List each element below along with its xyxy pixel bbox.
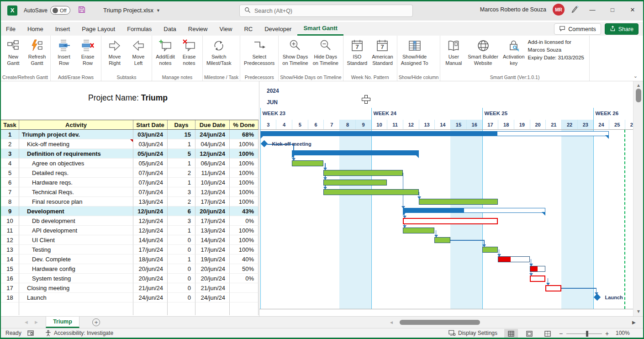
- done-cell[interactable]: 100%: [230, 245, 259, 254]
- start-date-cell[interactable]: 03/jun/24: [133, 139, 168, 149]
- due-date-cell[interactable]: 21/jun/24: [195, 283, 230, 293]
- done-cell[interactable]: 0%: [230, 274, 259, 283]
- activity-cell[interactable]: Technical Reqs.: [19, 187, 133, 197]
- ribbon-button-erase-notes[interactable]: Erase notes: [177, 37, 201, 67]
- table-row-11[interactable]: 11API development12/jun/24113/jun/24100%: [1, 226, 259, 235]
- table-row-6[interactable]: 6Hardware reqs.07/jun/24110/jun/24100%: [1, 178, 259, 187]
- gantt-late-bar-16[interactable]: [530, 275, 546, 282]
- sheet-nav-left-icon[interactable]: ◄: [24, 319, 29, 325]
- start-date-cell[interactable]: 17/jun/24: [133, 245, 168, 254]
- start-date-cell[interactable]: 07/jun/24: [133, 168, 168, 178]
- activity-cell[interactable]: Agree on objectives: [19, 159, 133, 168]
- autosave-control[interactable]: AutoSave Off: [24, 6, 70, 15]
- task-number[interactable]: 14: [1, 254, 19, 264]
- done-cell[interactable]: 100%: [230, 168, 259, 178]
- ribbon-button-activation-key[interactable]: Activation key: [501, 37, 527, 67]
- ribbon-button-switch-milestone-task[interactable]: Switch Milest/Task: [204, 37, 233, 67]
- done-cell[interactable]: 68%: [230, 130, 259, 139]
- due-date-cell[interactable]: 13/jun/24: [195, 226, 230, 235]
- display-settings-label[interactable]: Display Settings: [458, 330, 497, 336]
- done-cell[interactable]: 100%: [230, 178, 259, 187]
- gantt-task-bar-6[interactable]: [323, 180, 387, 185]
- days-cell[interactable]: 0: [168, 235, 195, 245]
- gantt-late-bar-17[interactable]: [545, 285, 561, 291]
- days-cell[interactable]: 1: [168, 159, 195, 168]
- start-date-cell[interactable]: 12/jun/24: [133, 207, 168, 216]
- start-date-cell[interactable]: 12/jun/24: [133, 226, 168, 235]
- ribbon-button-insert-row[interactable]: Insert Row: [52, 37, 76, 67]
- table-row-3[interactable]: 3Definition of requirements05/jun/24512/…: [1, 149, 259, 159]
- vertical-scroll-thumb[interactable]: [636, 89, 641, 102]
- title-dropdown-icon[interactable]: ▼: [156, 8, 160, 13]
- days-cell[interactable]: 5: [168, 149, 195, 159]
- done-cell[interactable]: 100%: [230, 187, 259, 197]
- task-number[interactable]: 4: [1, 159, 19, 168]
- start-date-cell[interactable]: 24/jun/24: [133, 293, 168, 302]
- document-title[interactable]: Triump Project.xlsx▼: [103, 7, 160, 14]
- start-date-cell[interactable]: 18/jun/24: [133, 254, 168, 264]
- gantt-partial-bar-15[interactable]: [530, 266, 546, 272]
- table-row-16[interactable]: 16System testing20/jun/24020/jun/240%: [1, 274, 259, 283]
- share-button[interactable]: Share: [605, 23, 639, 35]
- ribbon-button-move-right[interactable]: Move Right: [103, 37, 127, 67]
- search-box[interactable]: Search (Alt+Q): [239, 5, 413, 17]
- ribbon-button-assigned-to[interactable]: Show/Hide Assigned To: [399, 37, 431, 67]
- task-number[interactable]: 13: [1, 245, 19, 254]
- activity-cell[interactable]: Definition of requirements: [19, 149, 133, 159]
- days-cell[interactable]: 3: [168, 187, 195, 197]
- gantt-partial-bar-14[interactable]: [498, 256, 529, 262]
- task-number[interactable]: 15: [1, 264, 19, 274]
- table-row-13[interactable]: 13Testing17/jun/24017/jun/24100%: [1, 245, 259, 254]
- task-number[interactable]: 6: [1, 178, 19, 187]
- due-date-cell[interactable]: 19/jun/24: [195, 254, 230, 264]
- start-date-cell[interactable]: 07/jun/24: [133, 178, 168, 187]
- ribbon-button-show-days[interactable]: Show Days on Timeline: [280, 37, 310, 67]
- due-date-cell[interactable]: 12/jun/24: [195, 187, 230, 197]
- gantt-summary-bar-1[interactable]: [260, 131, 609, 136]
- days-cell[interactable]: 15: [168, 130, 195, 139]
- inking-icon[interactable]: [571, 5, 579, 15]
- tab-page-layout[interactable]: Page Layout: [76, 22, 121, 36]
- gantt-milestone-2[interactable]: [260, 140, 268, 148]
- table-row-15[interactable]: 15Hardware config20/jun/24020/jun/2450%: [1, 264, 259, 274]
- maximize-button[interactable]: □: [606, 6, 619, 13]
- due-date-cell[interactable]: 20/jun/24: [195, 264, 230, 274]
- activity-cell[interactable]: Testing: [19, 245, 133, 254]
- table-row-1[interactable]: 1Triumph project dev.03/jun/241524/jun/2…: [1, 130, 259, 139]
- due-date-cell[interactable]: 12/jun/24: [195, 149, 230, 159]
- tab-file[interactable]: File: [0, 22, 21, 36]
- tab-insert[interactable]: Insert: [49, 22, 76, 36]
- tab-data[interactable]: Data: [158, 22, 182, 36]
- scroll-up-icon[interactable]: ▲: [633, 83, 644, 88]
- done-cell[interactable]: 0%: [230, 216, 259, 226]
- table-row-18[interactable]: 18Launch24/jun/24024/jun/24: [1, 293, 259, 302]
- done-cell[interactable]: 100%: [230, 159, 259, 168]
- activity-cell[interactable]: Closing meeting: [19, 283, 133, 293]
- horizontal-scroll-thumb[interactable]: [400, 320, 480, 325]
- task-number[interactable]: 1: [1, 130, 19, 139]
- gantt-summary-bar-9[interactable]: [403, 208, 545, 213]
- activity-cell[interactable]: Launch: [19, 293, 133, 302]
- display-settings-icon[interactable]: [449, 330, 456, 338]
- new-sheet-button[interactable]: +: [92, 318, 100, 326]
- hscroll-right-icon[interactable]: ▶: [632, 320, 636, 325]
- start-date-cell[interactable]: 20/jun/24: [133, 274, 168, 283]
- ribbon-button-website[interactable]: Smart Builder Website: [465, 37, 501, 67]
- start-date-cell[interactable]: 05/jun/24: [133, 149, 168, 159]
- days-cell[interactable]: 0: [168, 264, 195, 274]
- done-cell[interactable]: 100%: [230, 197, 259, 207]
- due-date-cell[interactable]: 11/jun/24: [195, 168, 230, 178]
- ribbon-button-add-notes[interactable]: Add/Edit notes: [153, 37, 177, 67]
- due-date-cell[interactable]: 20/jun/24: [195, 274, 230, 283]
- gantt-task-bar-4[interactable]: [292, 160, 323, 166]
- normal-view-button[interactable]: [504, 329, 518, 338]
- days-cell[interactable]: 0: [168, 245, 195, 254]
- done-cell[interactable]: [230, 283, 259, 293]
- project-name-cell[interactable]: Project Name: Triump: [27, 93, 228, 103]
- gantt-summary-bar-3[interactable]: [292, 150, 419, 155]
- task-number[interactable]: 2: [1, 139, 19, 149]
- table-row-7[interactable]: 7Technical Reqs.07/jun/24312/jun/24100%: [1, 187, 259, 197]
- table-row-4[interactable]: 4Agree on objectives05/jun/24106/jun/241…: [1, 159, 259, 168]
- task-number[interactable]: 7: [1, 187, 19, 197]
- activity-cell[interactable]: Detailed reqs.: [19, 168, 133, 178]
